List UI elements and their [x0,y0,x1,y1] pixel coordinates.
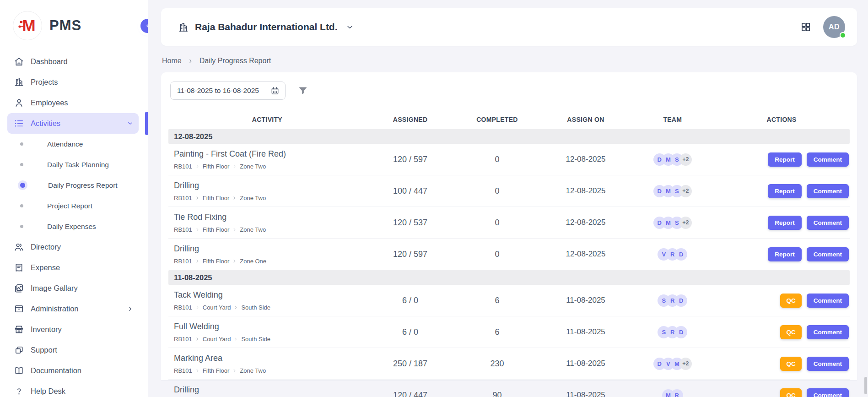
sidebar-item-administration[interactable]: Administration [7,299,139,319]
comment-button[interactable]: Comment [807,152,849,167]
sidebar-subitem-daily-task-planning[interactable]: Daily Task Planning [0,154,148,175]
assigned-value: 6 / 0 [366,327,455,337]
sidebar-item-expense[interactable]: Expense [7,257,139,278]
actions-cell: ReportComment [713,152,850,167]
team-avatars: VRD [631,248,713,261]
breadcrumb-home-link[interactable]: Home [162,57,182,65]
actions-cell: QCComment [713,294,850,308]
report-button[interactable]: Report [768,152,802,167]
copy-icon [14,345,24,355]
comment-button[interactable]: Comment [807,357,849,371]
completed-value: 0 [454,218,539,228]
assign-on-date: 11-08-2025 [539,296,631,305]
company-selector[interactable]: Raja Bahadur International Ltd. [178,22,354,33]
sidebar-item-projects[interactable]: Projects [7,72,139,92]
filter-funnel-icon[interactable] [297,85,308,96]
sidebar-subitem-daily-progress-report[interactable]: Daily Progress Report [0,175,148,196]
app-title: PMS [49,17,81,34]
scrollbar-thumb[interactable] [864,377,867,394]
sidebar-item-label: Support [31,346,134,354]
team-more-badge[interactable]: +2 [679,217,692,229]
sidebar-item-label: Administration [31,305,126,313]
assign-on-date: 11-08-2025 [539,359,631,368]
sidebar-item-documentation[interactable]: Documentation [7,360,139,381]
table-row: DrillingRB101Fifth FloorZone Two120 / 44… [168,380,850,397]
team-member-avatar[interactable]: R [671,389,683,397]
qc-button[interactable]: QC [780,325,801,339]
chevron-right-icon [195,259,200,264]
comment-button[interactable]: Comment [807,325,849,339]
sidebar-item-image-gallary[interactable]: Image Gallary [7,278,139,299]
sidebar-item-support[interactable]: Support [7,340,139,360]
sidebar-subitem-attendance[interactable]: Attendance [0,134,148,154]
date-range-input[interactable]: 11-08-2025 to 16-08-2025 [170,82,286,100]
sidebar-item-activities[interactable]: Activities [7,113,139,134]
svg-text:M: M [22,16,35,34]
team-member-avatar[interactable]: D [675,326,687,338]
store-icon [14,324,24,335]
activity-name: Tack Welding [174,290,366,300]
activity-name: Full Welding [174,322,366,332]
actions-cell: ReportComment [713,247,850,261]
team-more-badge[interactable]: +2 [679,153,692,166]
chevron-right-icon [233,337,238,342]
qc-button[interactable]: QC [780,294,801,308]
chevron-right-icon [195,227,200,232]
report-button[interactable]: Report [768,247,802,261]
sidebar-item-directory[interactable]: Directory [7,237,139,257]
activity-cell: DrillingRB101Fifth FloorZone Two [168,385,366,397]
path-segment: Court Yard [203,336,231,343]
sidebar-subitem-daily-expenses[interactable]: Daily Expenses [0,216,148,237]
sidebar-nav: DashboardProjectsEmployeesActivitiesAtte… [0,49,148,397]
comment-button[interactable]: Comment [807,184,849,198]
team-more-badge[interactable]: +2 [679,358,692,370]
assigned-value: 100 / 447 [366,186,455,196]
apps-grid-icon[interactable] [800,22,811,33]
bullet-icon [20,142,23,146]
team-more-badge[interactable]: +2 [679,185,692,197]
sidebar-subitem-project-report[interactable]: Project Report [0,196,148,216]
sidebar: M PMS DashboardProjectsEmployeesActiviti… [0,0,148,397]
table-row: Tack WeldingRB101Court YardSouth Side6 /… [168,285,850,316]
chevron-right-icon [195,337,200,342]
sidebar-item-label: Help Desk [31,387,134,396]
archive-icon [14,304,24,314]
table-row: Marking AreaRB101Fifth FloorZone Two250 … [168,348,850,380]
column-header-assigned: ASSIGNED [366,116,455,123]
book-icon [14,365,24,376]
report-button[interactable]: Report [768,216,802,230]
report-button[interactable]: Report [768,184,802,198]
calendar-icon [270,86,280,95]
person-icon [14,98,24,108]
activity-name: Painting - First Coat (Fire Red) [174,149,366,159]
breadcrumb: Home Daily Progress Report [161,46,857,72]
path-segment: RB101 [174,367,192,374]
completed-value: 230 [454,359,539,369]
team-avatars: DVM+2 [631,358,713,370]
team-member-avatar[interactable]: D [675,248,687,261]
sidebar-item-help-desk[interactable]: Help Desk [7,381,139,397]
completed-value: 6 [454,327,539,337]
comment-button[interactable]: Comment [807,294,849,308]
comment-button[interactable]: Comment [807,388,849,397]
sidebar-item-inventory[interactable]: Inventory [7,319,139,340]
assigned-value: 250 / 187 [366,359,455,369]
chevron-right-icon [195,305,200,310]
comment-button[interactable]: Comment [807,216,849,230]
sidebar-subitem-label: Daily Progress Report [48,181,118,190]
comment-button[interactable]: Comment [807,247,849,261]
qc-button[interactable]: QC [780,388,801,397]
user-initials: AD [829,23,840,31]
sidebar-item-employees[interactable]: Employees [7,92,139,113]
qc-button[interactable]: QC [780,357,801,371]
sidebar-item-label: Directory [31,243,134,251]
team-member-avatar[interactable]: D [675,294,687,307]
team-avatars: MR [631,389,713,397]
team-avatars: SRD [631,294,713,307]
sidebar-item-dashboard[interactable]: Dashboard [7,51,139,72]
activity-cell: DrillingRB101Fifth FloorZone Two [168,181,366,201]
sidebar-item-label: Employees [31,98,134,107]
activity-name: Drilling [174,181,366,190]
completed-value: 0 [454,250,539,259]
user-avatar[interactable]: AD [823,16,845,38]
